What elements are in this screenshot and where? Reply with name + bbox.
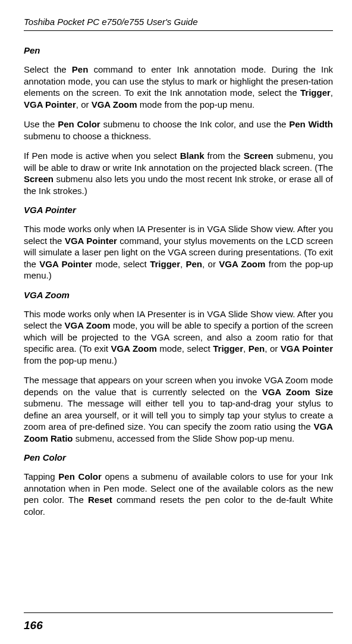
- bold-text: VGA Zoom: [92, 99, 137, 110]
- bold-text: Trigger: [300, 87, 331, 98]
- paragraph: This mode works only when IA Presenter i…: [24, 223, 333, 282]
- bold-text: VGA Zoom Ratio: [24, 421, 333, 443]
- section-heading: VGA Pointer: [24, 205, 333, 215]
- bold-text: Trigger: [213, 343, 243, 354]
- document-header: Toshiba Pocket PC e750/e755 User's Guide: [24, 17, 333, 27]
- bold-text: Pen: [249, 343, 265, 354]
- bold-text: Trigger: [150, 259, 180, 269]
- bold-text: VGA Zoom Size: [262, 387, 333, 397]
- footer-divider: [24, 612, 333, 613]
- bold-text: Reset: [88, 495, 112, 505]
- bold-text: VGA Pointer: [39, 259, 92, 269]
- section-heading: VGA Zoom: [24, 290, 333, 300]
- bold-text: VGA Zoom: [219, 259, 265, 269]
- paragraph: Select the Pen command to enter Ink anno…: [24, 64, 333, 110]
- bold-text: Pen: [186, 259, 203, 269]
- paragraph: The message that appears on your screen …: [24, 374, 333, 444]
- paragraph: If Pen mode is active when you select Bl…: [24, 150, 333, 196]
- bold-text: VGA Zoom: [111, 343, 156, 354]
- bold-text: Screen: [24, 174, 54, 184]
- paragraph: Use the Pen Color submenu to choose the …: [24, 118, 333, 142]
- bold-text: Blank: [180, 151, 205, 161]
- paragraph: Tapping Pen Color opens a submenu of ava…: [24, 471, 333, 517]
- section-heading: Pen: [24, 45, 333, 55]
- bold-text: Pen Color: [58, 471, 101, 482]
- document-content: PenSelect the Pen command to enter Ink a…: [24, 45, 333, 517]
- section-heading: Pen Color: [24, 452, 333, 462]
- bold-text: VGA Pointer: [24, 99, 76, 110]
- page-number: 166: [24, 619, 43, 632]
- bold-text: Pen: [72, 64, 89, 74]
- paragraph: This mode works only when IA Presenter i…: [24, 308, 333, 367]
- bold-text: Pen Width: [289, 119, 333, 129]
- bold-text: Screen: [244, 151, 274, 161]
- bold-text: VGA Pointer: [281, 343, 333, 354]
- bold-text: Pen Color: [58, 119, 100, 129]
- header-divider: [24, 30, 333, 31]
- bold-text: VGA Pointer: [65, 236, 117, 246]
- bold-text: VGA Zoom: [65, 320, 111, 330]
